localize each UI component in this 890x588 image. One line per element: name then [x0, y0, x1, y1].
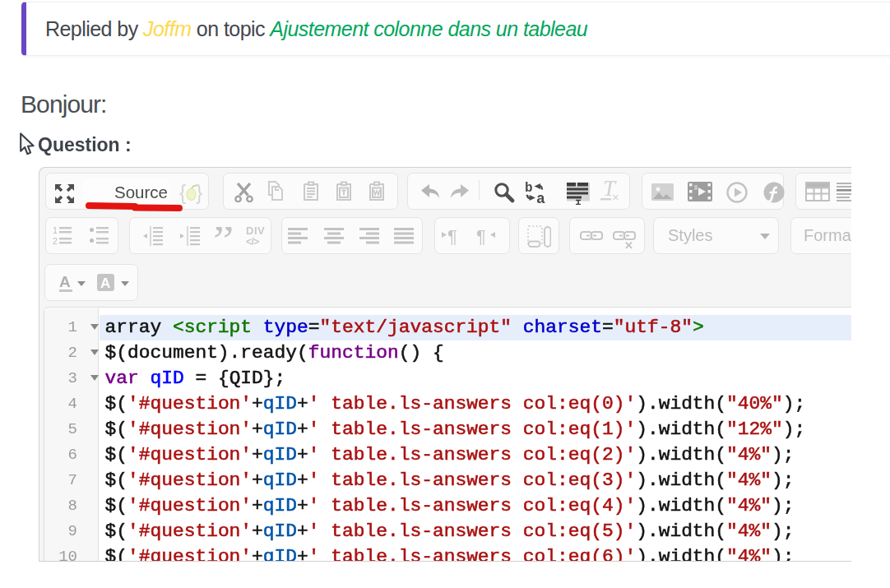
- svg-text:DIV: DIV: [246, 225, 265, 237]
- svg-text:2: 2: [53, 236, 58, 245]
- svg-text:a: a: [536, 191, 545, 203]
- svg-text:A: A: [59, 273, 71, 290]
- svg-text:¶: ¶: [476, 226, 486, 247]
- svg-text:✕: ✕: [624, 239, 633, 249]
- svg-text:</>: </>: [246, 236, 259, 247]
- svg-text:”: ”: [214, 227, 234, 242]
- svg-text:¶: ¶: [447, 226, 457, 247]
- svg-text:1: 1: [53, 226, 58, 235]
- svg-text:b: b: [525, 181, 533, 196]
- svg-text:A: A: [100, 275, 110, 291]
- svg-text:×: ×: [612, 190, 619, 202]
